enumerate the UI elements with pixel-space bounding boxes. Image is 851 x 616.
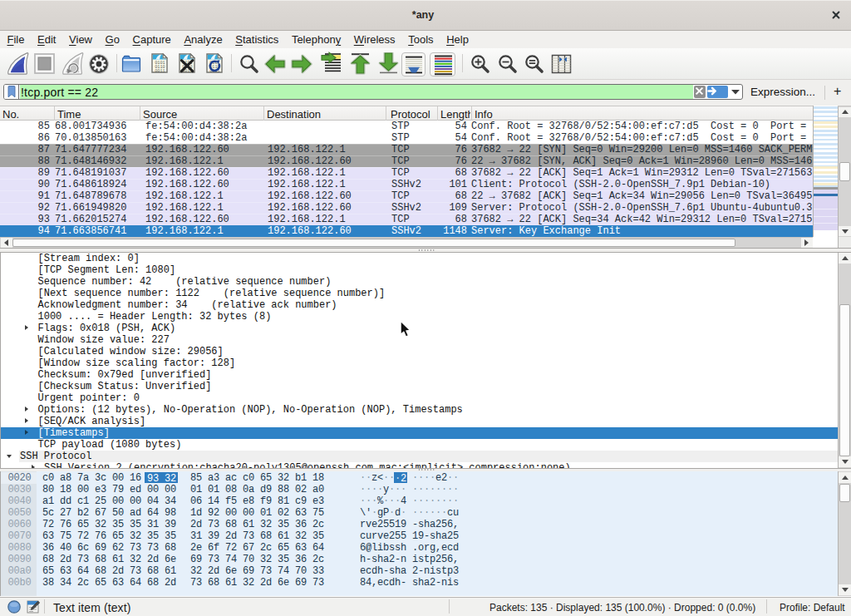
svg-text:0011: 0011 (155, 69, 165, 73)
